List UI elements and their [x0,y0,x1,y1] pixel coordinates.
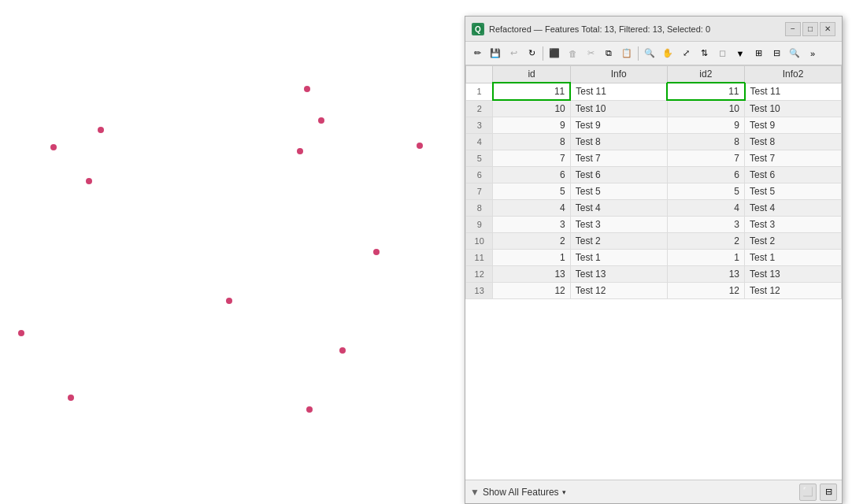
map-dot [306,406,313,413]
invert-selection-button[interactable]: ⇅ [695,45,713,62]
layout-button[interactable]: ⊟ [820,484,837,501]
organize-columns-button[interactable]: ⊟ [768,45,785,62]
row-number: 11 [466,250,493,266]
cell-id: 12 [493,283,570,299]
header-id2[interactable]: id2 [667,66,744,83]
table-row[interactable]: 111Test 11Test 1 [466,250,842,266]
table-row[interactable]: 48Test 88Test 8 [466,134,842,150]
table-row[interactable]: 57Test 77Test 7 [466,150,842,167]
cell-info2: Test 7 [745,150,842,167]
table-row[interactable]: 93Test 33Test 3 [466,217,842,233]
cell-id2: 13 [667,266,744,283]
deselect-button[interactable]: ◻ [713,45,731,62]
dropdown-arrow: ▾ [562,488,566,496]
cell-id: 7 [493,150,570,167]
select-all-button[interactable]: ⬛ [546,45,563,62]
row-number: 9 [466,217,493,233]
cell-info: Test 9 [570,117,667,134]
table-row[interactable]: 1312Test 1212Test 12 [466,283,842,299]
header-rownum [466,66,493,83]
row-number: 8 [466,200,493,217]
map-dot [318,117,324,124]
row-number: 13 [466,283,493,299]
cell-id2: 3 [667,217,744,233]
show-all-features-button[interactable]: ▼ Show All Features ▾ [470,487,566,498]
attribute-table-window: Q Refactored — Features Total: 13, Filte… [465,16,843,504]
cell-id: 5 [493,183,570,200]
svg-text:Q: Q [475,25,481,34]
row-number: 5 [466,150,493,167]
cell-info: Test 7 [570,150,667,167]
table-row[interactable]: 111Test 1111Test 11 [466,83,842,100]
zoom-selected-button[interactable]: ⤢ [677,45,695,62]
row-number: 1 [466,83,493,100]
table-row[interactable]: 66Test 66Test 6 [466,167,842,183]
zoom-map-button[interactable]: 🔍 [641,45,658,62]
minimize-button[interactable]: − [785,22,801,36]
row-number: 3 [466,117,493,134]
cell-info: Test 10 [570,100,667,117]
cell-id2: 7 [667,150,744,167]
table-row[interactable]: 75Test 55Test 5 [466,183,842,200]
map-dot [226,298,232,304]
table-row[interactable]: 210Test 1010Test 10 [466,100,842,117]
cell-info: Test 11 [570,83,667,100]
cell-id2: 6 [667,167,744,183]
cell-id2: 1 [667,250,744,266]
row-number: 2 [466,100,493,117]
refresh-button[interactable]: ↻ [523,45,540,62]
cell-id: 13 [493,266,570,283]
header-info2[interactable]: Info2 [745,66,842,83]
cell-info2: Test 12 [745,283,842,299]
cell-id: 9 [493,117,570,134]
delete-selected-button[interactable]: 🗑 [564,45,581,62]
cell-info: Test 3 [570,217,667,233]
move-selection-button[interactable]: ⊞ [750,45,767,62]
more-button[interactable]: » [804,45,821,62]
row-number: 7 [466,183,493,200]
rollback-button[interactable]: ↩ [505,45,522,62]
table-row[interactable]: 102Test 22Test 2 [466,233,842,250]
cell-id: 2 [493,233,570,250]
cell-info: Test 4 [570,200,667,217]
table-row[interactable]: 1213Test 1313Test 13 [466,266,842,283]
row-number: 12 [466,266,493,283]
qgis-icon: Q [472,23,484,35]
table-row[interactable]: 84Test 44Test 4 [466,200,842,217]
attribute-table: id Info id2 Info2 111Test 1111Test 11210… [465,65,842,299]
cell-info2: Test 3 [745,217,842,233]
header-info[interactable]: Info [570,66,667,83]
cell-info: Test 13 [570,266,667,283]
show-all-label: Show All Features [483,487,559,498]
table-row[interactable]: 39Test 99Test 9 [466,117,842,134]
cell-id2: 2 [667,233,744,250]
filter-icon: ▼ [470,487,480,498]
save-edits-button[interactable]: 💾 [487,45,504,62]
row-number: 10 [466,233,493,250]
pan-map-button[interactable]: ✋ [659,45,676,62]
dock-button[interactable]: ⬜ [799,484,817,501]
status-bar: ▼ Show All Features ▾ ⬜ ⊟ [465,480,842,503]
cell-info2: Test 1 [745,250,842,266]
cell-info: Test 6 [570,167,667,183]
paste-button[interactable]: 📋 [618,45,635,62]
row-number: 4 [466,134,493,150]
edit-toggle-button[interactable]: ✏ [469,45,486,62]
table-container[interactable]: id Info id2 Info2 111Test 1111Test 11210… [465,65,842,480]
cell-id: 11 [493,83,570,100]
cell-info2: Test 13 [745,266,842,283]
cell-info: Test 5 [570,183,667,200]
cut-button[interactable]: ✂ [582,45,599,62]
map-dot [68,395,74,401]
filter-button[interactable]: ▼ [732,45,749,62]
maximize-button[interactable]: □ [802,22,818,36]
close-button[interactable]: ✕ [820,22,835,36]
cell-id: 6 [493,167,570,183]
search-button[interactable]: 🔍 [786,45,803,62]
copy-button[interactable]: ⧉ [600,45,617,62]
header-id[interactable]: id [493,66,570,83]
row-number: 6 [466,167,493,183]
cell-info2: Test 8 [745,134,842,150]
cell-id2: 12 [667,283,744,299]
table-header-row: id Info id2 Info2 [466,66,842,83]
